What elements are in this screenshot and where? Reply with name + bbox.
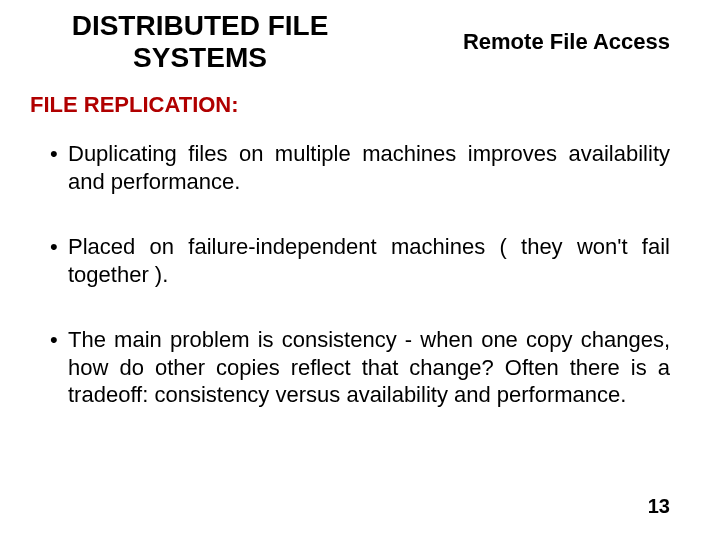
slide-subtitle: Remote File Access — [463, 29, 680, 55]
bullet-text: The main problem is consistency - when o… — [68, 326, 670, 409]
bullet-text: Duplicating files on multiple machines i… — [68, 140, 670, 195]
section-heading: FILE REPLICATION: — [0, 74, 720, 118]
slide-title: DISTRIBUTED FILE SYSTEMS — [30, 10, 370, 74]
list-item: • Placed on failure-independent machines… — [50, 233, 670, 288]
title-line-1: DISTRIBUTED FILE — [72, 10, 329, 41]
slide-header: DISTRIBUTED FILE SYSTEMS Remote File Acc… — [0, 0, 720, 74]
slide: DISTRIBUTED FILE SYSTEMS Remote File Acc… — [0, 0, 720, 540]
page-number: 13 — [648, 495, 670, 518]
title-line-2: SYSTEMS — [133, 42, 267, 73]
bullet-text: Placed on failure-independent machines (… — [68, 233, 670, 288]
bullet-dot-icon: • — [50, 140, 68, 195]
bullet-dot-icon: • — [50, 326, 68, 409]
list-item: • Duplicating files on multiple machines… — [50, 140, 670, 195]
list-item: • The main problem is consistency - when… — [50, 326, 670, 409]
bullet-dot-icon: • — [50, 233, 68, 288]
bullet-list: • Duplicating files on multiple machines… — [0, 118, 720, 409]
